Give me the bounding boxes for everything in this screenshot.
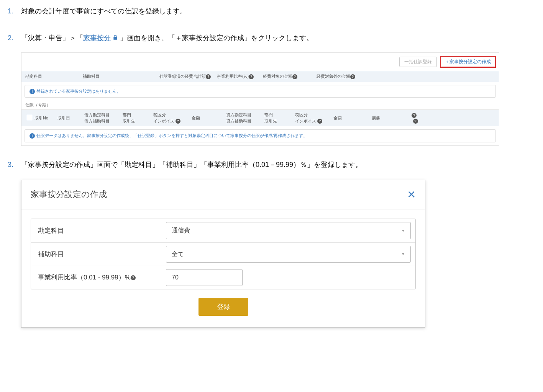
label-hojo: 補助科目 [31,244,161,264]
step-3: 「家事按分設定の作成」画面で「勘定科目」「補助科目」「事業利用比率（0.01－9… [8,157,535,328]
col-tekiyo: 摘要 [369,115,408,121]
col-kingaku1: 金額 [189,115,224,121]
field-ratio: 70 [161,266,415,289]
submit-button[interactable]: 登録 [198,298,248,316]
step-1: 対象の会計年度で事前にすべての仕訳を登録します。 [8,4,535,19]
submit-row: 登録 [31,289,416,318]
screenshot-settings-list: 一括仕訳登録 ＋家事按分設定の作成 勘定科目 補助科目 仕訳登録済の経費合計額?… [21,52,499,145]
col-check [25,115,32,122]
modal-body: 勘定科目 通信費 ▼ 補助科目 全て [21,209,425,327]
create-setting-button[interactable]: ＋家事按分設定の作成 [440,56,496,68]
help-icon[interactable]: ? [350,74,355,79]
chevron-down-icon: ▼ [401,228,405,234]
info-icon: i [30,133,35,139]
col-help: ? ? [408,112,423,124]
empty-message-2: i仕訳データはありません。家事按分設定の作成後、「仕訳登録」ボタンを押すと対象勘… [25,129,496,142]
kaji-anbun-link[interactable]: 家事按分 [83,34,111,42]
col-kashikata: 貸方勘定科目 貸方補助科目 [224,112,262,124]
col-gaito: 経費対象外の金額? [317,74,374,79]
col-bumon: 部門 取引先 [120,112,151,124]
col-karikata: 借方勘定科目 借方補助科目 [82,112,120,124]
field-hojo: 全て ▼ [161,243,415,266]
lock-icon [113,31,118,45]
col-taisho: 経費対象の金額? [263,74,317,79]
step-2: 「決算・申告」＞「家事按分 」画面を開き、「＋家事按分設定の作成」をクリックしま… [8,31,535,146]
select-kanjo[interactable]: 通信費 ▼ [166,222,411,239]
select-hojo[interactable]: 全て ▼ [166,246,411,263]
col-zeikubun2: 税区分 インボイス ? [293,112,331,124]
chevron-down-icon: ▼ [401,252,405,257]
help-icon[interactable]: ? [176,119,180,124]
field-kanjo: 通信費 ▼ [161,219,415,242]
step-2-post: 」画面を開き、「＋家事按分設定の作成」をクリックします。 [120,34,313,42]
label-kanjo: 勘定科目 [31,221,161,241]
col-zeikubun: 税区分 インボイス ? [151,112,189,124]
bulk-register-button[interactable]: 一括仕訳登録 [399,57,437,67]
col-bumon2: 部門 取引先 [262,112,293,124]
col-torihikibi: 取引日 [55,115,82,121]
help-icon[interactable]: ? [412,113,417,118]
step-2-pre: 「決算・申告」＞「 [21,34,83,42]
help-icon[interactable]: ? [292,74,297,79]
modal-title: 家事按分設定の作成 [31,189,107,201]
step-1-text: 対象の会計年度で事前にすべての仕訳を登録します。 [21,7,187,15]
col-keihi: 仕訳登録済の経費合計額? [159,74,217,79]
col-hojo: 補助科目 [83,74,159,79]
checkbox-all[interactable] [27,115,32,120]
help-icon[interactable]: ? [413,119,418,124]
empty-message-1: i登録されている家事按分設定はありません。 [25,85,496,98]
section-label: 仕訳（今期） [21,101,499,109]
close-icon[interactable]: ✕ [407,187,416,202]
settings-table-header: 勘定科目 補助科目 仕訳登録済の経費合計額? 事業利用比率(%)? 経費対象の金… [21,71,499,82]
help-icon[interactable]: ? [249,74,254,79]
modal-header: 家事按分設定の作成 ✕ [21,180,425,209]
row-hojo: 補助科目 全て ▼ [31,243,415,266]
step-3-text: 「家事按分設定の作成」画面で「勘定科目」「補助科目」「事業利用比率（0.01－9… [21,161,362,168]
info-icon: i [30,89,35,94]
row-kanjo: 勘定科目 通信費 ▼ [31,219,415,242]
row-ratio: 事業利用比率（0.01 - 99.99）%? 70 [31,266,415,289]
journal-table-header: 取引No 取引日 借方勘定科目 借方補助科目 部門 取引先 税区分 インボイス … [21,109,499,126]
help-icon[interactable]: ? [317,119,322,124]
label-ratio: 事業利用比率（0.01 - 99.99）%? [31,268,161,287]
col-riyou: 事業利用比率(%)? [217,74,263,79]
col-kingaku2: 金額 [331,115,369,121]
help-icon[interactable]: ? [131,275,136,280]
input-ratio[interactable]: 70 [166,269,243,286]
help-icon[interactable]: ? [206,74,211,79]
screenshot-create-modal: 家事按分設定の作成 ✕ 勘定科目 通信費 ▼ 補 [21,180,425,328]
toolbar: 一括仕訳登録 ＋家事按分設定の作成 [21,53,499,71]
col-kanjo: 勘定科目 [25,74,83,79]
form-table: 勘定科目 通信費 ▼ 補助科目 全て [31,219,416,289]
col-torihikino: 取引No [32,115,55,121]
